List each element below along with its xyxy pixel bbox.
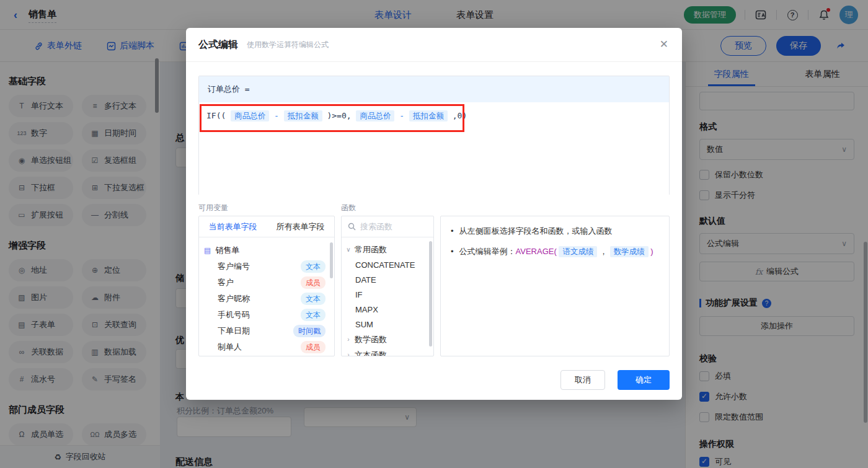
tip-text: 从左侧面板选择字段名和函数，或输入函数 [459,225,613,237]
type-badge: 文本 [301,293,326,305]
formula-text: ,0) [453,111,467,120]
confirm-button[interactable]: 确定 [618,370,670,390]
variable-name: 手机号码 [218,309,301,320]
form-name: 销售单 [215,245,239,256]
functions-scrollbar[interactable] [429,241,432,347]
variables-label: 可用变量 [198,203,228,213]
formula-text: )>=0, [327,111,351,120]
chevron-down-icon: ∨ [345,246,352,253]
chevron-right-icon: › [345,336,352,343]
variables-list: ▤销售单 客户编号文本 客户成员 客户昵称文本 手机号码文本 下单日期时间戳 制… [199,237,334,355]
form-icon: ▤ [204,246,211,255]
field-chip: 语文成绩 [559,246,597,257]
chevron-right-icon: › [345,351,352,356]
function-group-math[interactable]: ›数学函数 [345,332,430,347]
tab-all-form-fields[interactable]: 所有表单字段 [267,216,334,237]
field-chip[interactable]: 商品总价 [356,110,394,121]
functions-label: 函数 [341,203,356,213]
functions-panel: 搜索函数 ∨常用函数 CONCATENATE DATE IF MAPX SUM … [341,216,434,356]
type-badge: 成员 [301,341,326,353]
variable-name: 客户 [218,277,301,288]
field-chip[interactable]: 抵扣金额 [284,110,322,121]
type-badge: 时间戳 [293,325,326,337]
modal-subtitle: 使用数学运算符编辑公式 [247,40,329,50]
close-icon[interactable]: ✕ [660,39,668,50]
field-chip[interactable]: 抵扣金额 [409,110,448,121]
type-badge: 文本 [301,260,326,273]
variables-tabs: 当前表单字段 所有表单字段 [199,216,334,237]
function-group-text[interactable]: ›文本函数 [345,347,430,356]
function-tree: ∨常用函数 CONCATENATE DATE IF MAPX SUM ›数学函数… [342,237,433,356]
formula-operator: - [274,111,279,120]
tip-text: 公式编辑举例：AVERAGE( 语文成绩 ， 数学成绩 ) [459,245,653,258]
group-label: 常用函数 [355,244,387,255]
search-icon [348,223,356,231]
formula-editor-modal: 公式编辑 使用数学运算符编辑公式 ✕ 订单总价 = IF(( 商品总价 - 抵扣… [186,28,682,400]
tab-current-form-fields[interactable]: 当前表单字段 [199,216,267,237]
variable-row[interactable]: 手机号码文本 [204,307,329,323]
function-item[interactable]: MAPX [345,302,430,317]
variables-scrollbar[interactable] [330,242,333,278]
function-item[interactable]: DATE [345,272,430,287]
tip-item: •从左侧面板选择字段名和函数，或输入函数 [451,225,660,237]
function-search[interactable]: 搜索函数 [342,216,433,237]
function-item[interactable]: IF [345,287,430,302]
variable-row[interactable]: 客户成员 [204,275,329,291]
field-chip: 数学成绩 [610,246,649,257]
variable-row[interactable]: 制单人成员 [204,339,329,355]
bullet: • [451,225,454,237]
type-badge: 文本 [301,309,326,321]
form-node[interactable]: ▤销售单 [204,242,329,258]
field-chip[interactable]: 商品总价 [231,110,269,121]
search-placeholder: 搜索函数 [360,221,392,232]
variable-row[interactable]: 下单日期时间戳 [204,323,329,339]
function-item[interactable]: SUM [345,317,430,332]
formula-operator: - [399,111,404,120]
group-label: 文本函数 [355,350,387,357]
tips-panel: •从左侧面板选择字段名和函数，或输入函数 • 公式编辑举例：AVERAGE( 语… [440,216,670,356]
variables-panel: 当前表单字段 所有表单字段 ▤销售单 客户编号文本 客户成员 客户昵称文本 手机… [198,216,335,356]
variable-name: 客户昵称 [218,293,301,304]
modal-footer: 取消 确定 [560,370,670,390]
type-badge: 成员 [301,276,326,289]
modal-header: 公式编辑 使用数学运算符编辑公式 [186,28,682,62]
bullet: • [451,245,454,258]
formula-input-area[interactable]: IF(( 商品总价 - 抵扣金额 )>=0, 商品总价 - 抵扣金额 ,0) [199,102,669,195]
modal-title: 公式编辑 [198,38,238,51]
tip-item: • 公式编辑举例：AVERAGE( 语文成绩 ， 数学成绩 ) [451,245,660,258]
formula-text: IF(( [206,111,226,120]
variable-name: 制单人 [218,342,301,353]
group-label: 数学函数 [355,334,387,345]
variable-row[interactable]: 客户昵称文本 [204,291,329,307]
function-group-common[interactable]: ∨常用函数 [345,242,430,257]
formula-target-field: 订单总价 = [199,76,669,102]
function-name-example: AVERAGE( [516,247,557,256]
variable-row[interactable]: 客户编号文本 [204,258,329,275]
cancel-button[interactable]: 取消 [560,370,605,390]
variable-name: 客户编号 [218,261,301,272]
function-item[interactable]: CONCATENATE [345,257,430,272]
formula-editor-box: 订单总价 = IF(( 商品总价 - 抵扣金额 )>=0, 商品总价 - 抵扣金… [198,76,670,195]
variable-name: 下单日期 [218,325,293,337]
